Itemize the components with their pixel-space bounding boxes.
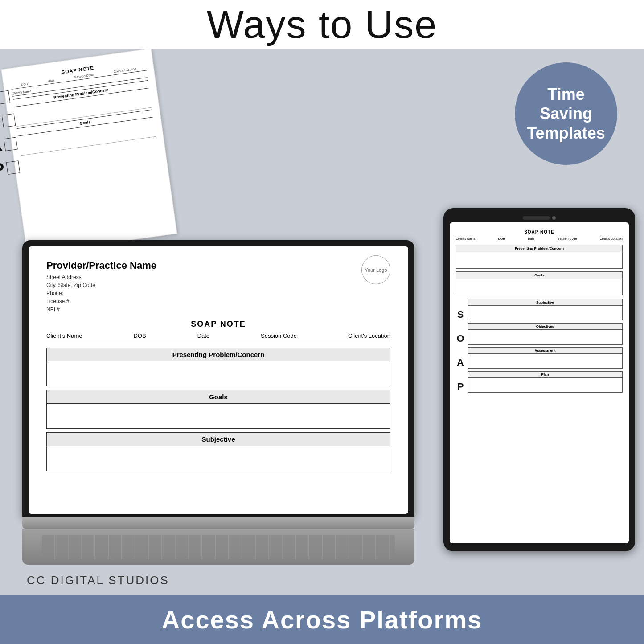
tablet-section2: Goals	[456, 271, 623, 295]
tablet-plan-body	[468, 377, 623, 393]
tablet-objectives-body	[468, 329, 623, 345]
tablet-plan-section: Plan	[468, 371, 623, 393]
laptop-client-row: Client's Name DOB Date Session Code Clie…	[46, 332, 390, 341]
laptop-section2: Goals	[46, 390, 390, 429]
tablet-rows-col: Subjective Objectives Assessment	[468, 299, 623, 395]
tablet-soap-section: S O A P Subjective Objectives	[456, 299, 623, 395]
tablet-client-row: Client's Name DOB Date Session Code Clie…	[456, 237, 623, 242]
main-container: Ways to Use Time Saving Templates SOAP N…	[0, 0, 644, 644]
paper-soap-P: P	[0, 157, 23, 180]
tablet-plan-label: Plan	[468, 371, 623, 377]
tablet-assessment-section: Assessment	[468, 347, 623, 369]
badge-circle: Time Saving Templates	[515, 62, 617, 165]
tablet-section2-body	[456, 279, 622, 295]
tablet-letters-col: S O A P	[456, 299, 465, 395]
tablet-client-name: Client's Name	[456, 237, 475, 240]
laptop-provider-name: Provider/Practice Name	[46, 260, 390, 271]
tablet-subjective-label: Subjective	[468, 299, 623, 305]
tablet-letter-O: O	[456, 333, 465, 345]
tablet-outer: SOAP NOTE Client's Name DOB Date Session…	[443, 208, 635, 551]
tablet-section1-body	[456, 252, 622, 268]
laptop-document: Your Logo Provider/Practice Name Street …	[29, 246, 408, 514]
tablet-assessment-label: Assessment	[468, 347, 623, 353]
laptop-section3-title: Subjective	[47, 433, 390, 446]
laptop-section2-title: Goals	[47, 390, 390, 404]
tablet-letter-A: A	[456, 357, 465, 369]
tablet-date: Date	[528, 237, 534, 240]
laptop-section1-title: Presenting Problem/Concern	[47, 348, 390, 361]
laptop-date: Date	[197, 332, 209, 339]
laptop-city: City, State, Zip Code	[46, 281, 390, 289]
laptop-license: License #	[46, 297, 390, 305]
laptop-client-name: Client's Name	[46, 332, 82, 339]
badge-line2: Saving	[540, 104, 592, 123]
tablet-section1-title: Presenting Problem/Concern	[456, 245, 622, 252]
tablet-soap-title: SOAP NOTE	[456, 230, 623, 234]
tablet-subjective-body	[468, 305, 623, 320]
tablet-objectives-section: Objectives	[468, 323, 623, 345]
paper-document: SOAP NOTE DOB Date Session Code Client's…	[1, 49, 177, 255]
tablet: SOAP NOTE Client's Name DOB Date Session…	[443, 208, 635, 551]
bottom-section: CC DIGITAL STUDIOS	[0, 565, 644, 595]
laptop-section1-body	[47, 361, 390, 386]
laptop-npi: NPI #	[46, 305, 390, 313]
laptop-street: Street Address	[46, 273, 390, 281]
laptop-soap-title: SOAP NOTE	[46, 320, 390, 329]
tablet-section2-title: Goals	[456, 272, 622, 279]
badge-line3: Templates	[527, 123, 605, 143]
laptop-screen-outer: Your Logo Provider/Practice Name Street …	[22, 240, 414, 517]
laptop-section2-body	[47, 404, 390, 428]
paper-soap-S: S	[0, 86, 13, 109]
laptop-dob: DOB	[133, 332, 146, 339]
tablet-assessment-body	[468, 353, 623, 369]
tablet-letter-S: S	[456, 309, 465, 320]
laptop-logo: Your Logo	[361, 255, 390, 284]
keyboard-visual	[42, 535, 395, 559]
top-section: Ways to Use	[0, 0, 644, 49]
badge-line1: Time	[547, 85, 584, 104]
tablet-subjective-section: Subjective	[468, 299, 623, 320]
laptop-section1: Presenting Problem/Concern	[46, 348, 390, 386]
paper-header-session: Session Code	[74, 73, 94, 79]
laptop-provider-info: Street Address City, State, Zip Code Pho…	[46, 273, 390, 313]
laptop-location: Client's Location	[348, 332, 390, 339]
paper-soap-A: A	[0, 133, 19, 156]
tablet-dob: DOB	[498, 237, 505, 240]
tablet-session: Session Code	[558, 237, 577, 240]
laptop-base	[22, 517, 414, 529]
laptop-phone: Phone:	[46, 289, 390, 297]
laptop-section3: Subjective	[46, 432, 390, 471]
laptop-session: Session Code	[261, 332, 297, 339]
cc-label: CC DIGITAL STUDIOS	[27, 574, 617, 587]
laptop-screen-inner: Your Logo Provider/Practice Name Street …	[29, 246, 408, 514]
paper-header-dob: DOB	[21, 82, 28, 86]
paper-client-label: Client's Name	[12, 90, 32, 95]
laptop-keyboard	[22, 529, 414, 565]
middle-section: Time Saving Templates SOAP NOTE DOB Date…	[0, 49, 644, 565]
paper-header-location: Client's Location	[113, 67, 136, 74]
paper-header-date: Date	[48, 78, 55, 82]
footer-text: Access Across Platforms	[162, 605, 482, 634]
laptop: Your Logo Provider/Practice Name Street …	[22, 240, 414, 565]
paper-soap-O: O	[0, 110, 16, 133]
tablet-section1: Presenting Problem/Concern	[456, 245, 623, 269]
laptop-section3-body	[47, 446, 390, 471]
tablet-letter-P: P	[456, 381, 465, 393]
tablet-objectives-label: Objectives	[468, 323, 623, 329]
footer-banner: Access Across Platforms	[0, 595, 644, 644]
tablet-location: Client's Location	[600, 237, 623, 240]
tablet-screen: SOAP NOTE Client's Name DOB Date Session…	[450, 222, 629, 543]
page-title: Ways to Use	[207, 2, 438, 47]
